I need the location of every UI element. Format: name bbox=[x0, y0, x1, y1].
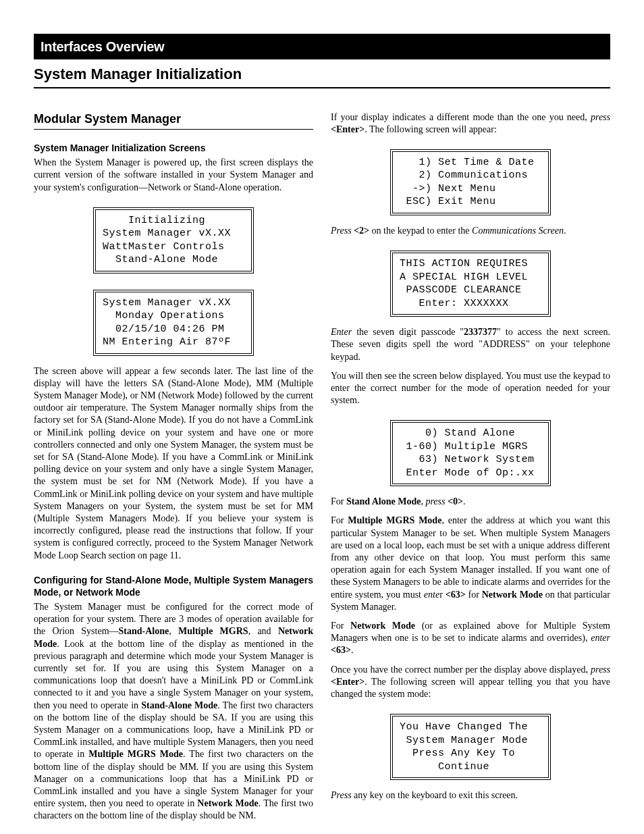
page-title: System Manager Initialization bbox=[34, 65, 610, 88]
heading-configuring: Configuring for Stand-Alone Mode, Multip… bbox=[34, 574, 313, 598]
para-press-enter: If your display indicates a different mo… bbox=[331, 111, 610, 136]
para-keypad: You will then see the screen below displ… bbox=[331, 370, 610, 407]
para-modes-explain: The screen above will appear a few secon… bbox=[34, 365, 313, 562]
para-multiple: For Multiple MGRS Mode, enter the addres… bbox=[331, 515, 610, 613]
heading-modular: Modular System Manager bbox=[34, 111, 313, 130]
lcd-menu: 1) Set Time & Date 2) Communications ->)… bbox=[390, 149, 551, 215]
content-columns: Modular System Manager System Manager In… bbox=[34, 91, 610, 829]
para-network: For Network Mode (or as explained above … bbox=[331, 620, 610, 657]
para-press-2: Press <2> on the keypad to enter the Com… bbox=[331, 225, 610, 237]
lcd-mode-select: 0) Stand Alone 1-60) Multiple MGRS 63) N… bbox=[390, 420, 551, 486]
para-exit: Press any key on the keyboard to exit th… bbox=[331, 789, 610, 802]
para-intro: When the System Manager is powered up, t… bbox=[34, 157, 313, 194]
section-bar: Interfaces Overview bbox=[34, 34, 610, 59]
lcd-passcode: THIS ACTION REQUIRES A SPECIAL HIGH LEVE… bbox=[390, 251, 551, 317]
para-passcode: Enter the seven digit passcode "2337377"… bbox=[331, 326, 610, 363]
lcd-changed: You Have Changed The System Manager Mode… bbox=[390, 714, 551, 780]
lcd-status: System Manager vX.XX Monday Operations 0… bbox=[93, 290, 254, 356]
para-config: The System Manager must be configured fo… bbox=[34, 601, 313, 822]
heading-init-screens: System Manager Initialization Screens bbox=[34, 142, 313, 154]
lcd-initializing: Initializing System Manager vX.XX WattMa… bbox=[93, 207, 254, 273]
left-column: Modular System Manager System Manager In… bbox=[34, 91, 313, 829]
right-column: If your display indicates a different mo… bbox=[331, 111, 610, 829]
para-confirm: Once you have the correct number per the… bbox=[331, 664, 610, 701]
para-standalone: For Stand Alone Mode, press <0>. bbox=[331, 496, 610, 508]
